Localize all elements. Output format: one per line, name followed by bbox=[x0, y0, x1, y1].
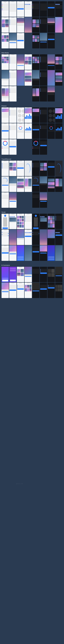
screen-cover[interactable] bbox=[25, 17, 32, 32]
screen[interactable] bbox=[47, 86, 55, 102]
screen-item[interactable] bbox=[1, 282, 9, 298]
screen-categories-dark[interactable] bbox=[55, 282, 63, 298]
screen-item-dark[interactable] bbox=[32, 282, 39, 298]
screen[interactable] bbox=[25, 70, 32, 86]
screen-albums-dark[interactable] bbox=[55, 54, 63, 70]
screen-photo-dark[interactable] bbox=[32, 70, 39, 86]
screen[interactable] bbox=[9, 70, 17, 86]
screen-form[interactable] bbox=[17, 1, 24, 17]
screen-checkout-dark[interactable] bbox=[40, 282, 47, 298]
screen-list-dark[interactable] bbox=[40, 1, 47, 17]
screen-chart[interactable] bbox=[25, 108, 32, 123]
screen[interactable] bbox=[25, 176, 32, 192]
screen[interactable] bbox=[25, 230, 32, 245]
screen[interactable] bbox=[40, 123, 47, 139]
screen[interactable] bbox=[47, 33, 55, 48]
screen-donut[interactable] bbox=[1, 139, 9, 155]
screen[interactable] bbox=[32, 245, 39, 261]
screen-chat-dark[interactable] bbox=[32, 230, 39, 245]
screen-story-dark[interactable] bbox=[40, 230, 47, 245]
primary-button[interactable] bbox=[17, 8, 24, 10]
screen-story[interactable] bbox=[9, 230, 17, 245]
screen[interactable] bbox=[40, 70, 47, 86]
screen[interactable] bbox=[47, 282, 55, 298]
screen-product-dark[interactable] bbox=[55, 267, 63, 282]
screen-settings[interactable]: Title bbox=[1, 1, 9, 17]
screen-categories[interactable] bbox=[25, 282, 32, 298]
screen-transactions-dark[interactable] bbox=[40, 108, 47, 123]
screen-destination[interactable] bbox=[9, 176, 17, 192]
screen-profile-dark[interactable] bbox=[55, 1, 63, 17]
screen-booking-dark[interactable] bbox=[47, 160, 55, 176]
screen[interactable] bbox=[1, 245, 9, 261]
screen-feed-dark[interactable] bbox=[40, 214, 47, 229]
screen-form-dark[interactable] bbox=[47, 1, 55, 17]
screen-places[interactable] bbox=[1, 160, 9, 176]
screen-grid[interactable] bbox=[17, 214, 24, 229]
screen[interactable] bbox=[1, 33, 9, 48]
screen[interactable] bbox=[9, 245, 17, 261]
screen[interactable] bbox=[32, 192, 39, 208]
screen-donut-dark[interactable] bbox=[32, 139, 39, 155]
screen[interactable] bbox=[17, 33, 24, 48]
screen-grid-dark[interactable] bbox=[47, 214, 55, 229]
screen[interactable] bbox=[32, 123, 39, 139]
screen-map-route-dark[interactable] bbox=[32, 176, 39, 192]
screen-transactions[interactable] bbox=[9, 108, 17, 123]
screen-stats[interactable] bbox=[17, 123, 24, 139]
screen-stats-dark[interactable] bbox=[47, 123, 55, 139]
screen-onboard-dark[interactable] bbox=[32, 214, 39, 229]
screen-profile[interactable] bbox=[25, 1, 32, 17]
screen-map[interactable] bbox=[25, 160, 32, 176]
screen-gallery[interactable] bbox=[1, 54, 9, 70]
screen-chart-dark[interactable] bbox=[55, 108, 63, 123]
screen-post[interactable] bbox=[17, 230, 24, 245]
screen-products-dark[interactable] bbox=[47, 267, 55, 282]
screen-player[interactable] bbox=[17, 54, 24, 70]
screen-list[interactable] bbox=[9, 1, 17, 17]
screen-cards[interactable] bbox=[1, 17, 9, 32]
screen-welcome[interactable] bbox=[1, 267, 9, 282]
screen[interactable] bbox=[9, 33, 17, 48]
screen-splash-dark[interactable] bbox=[47, 245, 55, 261]
screen-map-dark[interactable] bbox=[55, 160, 63, 176]
screen-wallet-dark[interactable] bbox=[32, 108, 39, 123]
screen[interactable] bbox=[1, 192, 9, 208]
screen-product[interactable] bbox=[25, 267, 32, 282]
screen-feed-dark[interactable] bbox=[40, 17, 47, 32]
screen[interactable] bbox=[32, 33, 39, 48]
screen-splash[interactable] bbox=[17, 245, 24, 261]
screen-player-dark[interactable] bbox=[47, 54, 55, 70]
screen-gallery-dark[interactable] bbox=[32, 54, 39, 70]
screen-hero-dark[interactable] bbox=[47, 17, 55, 32]
screen-map-route[interactable] bbox=[1, 176, 9, 192]
screen[interactable] bbox=[47, 176, 55, 192]
screen-video-dark[interactable] bbox=[47, 70, 55, 86]
screen-settings-dark[interactable] bbox=[32, 1, 39, 17]
screen-discover-dark[interactable] bbox=[40, 160, 47, 176]
screen-checkout[interactable] bbox=[9, 282, 17, 298]
screen[interactable] bbox=[55, 176, 63, 192]
screen-cart[interactable] bbox=[17, 282, 24, 298]
screen-photo[interactable] bbox=[1, 70, 9, 86]
screen-cart-dark[interactable] bbox=[40, 267, 47, 282]
screen[interactable] bbox=[9, 86, 17, 102]
screen-feed[interactable] bbox=[9, 17, 17, 32]
screen[interactable] bbox=[40, 139, 47, 155]
screen-shop-dark[interactable] bbox=[32, 267, 39, 282]
screen[interactable] bbox=[55, 70, 63, 86]
screen-hero[interactable] bbox=[17, 17, 24, 32]
screen-shop[interactable] bbox=[17, 267, 24, 282]
screen[interactable] bbox=[40, 86, 47, 102]
screen[interactable] bbox=[55, 123, 63, 139]
screen[interactable] bbox=[55, 245, 63, 261]
screen-playlist[interactable] bbox=[9, 54, 17, 70]
screen[interactable] bbox=[1, 123, 9, 139]
screen-passcode-dark[interactable] bbox=[47, 108, 55, 123]
screen-playlist-dark[interactable] bbox=[40, 54, 47, 70]
screen-onboard[interactable] bbox=[1, 214, 9, 229]
screen-feed[interactable] bbox=[9, 214, 17, 229]
screen[interactable] bbox=[1, 86, 9, 102]
screen-cover-dark[interactable] bbox=[55, 17, 63, 32]
screen-places-dark[interactable] bbox=[32, 160, 39, 176]
